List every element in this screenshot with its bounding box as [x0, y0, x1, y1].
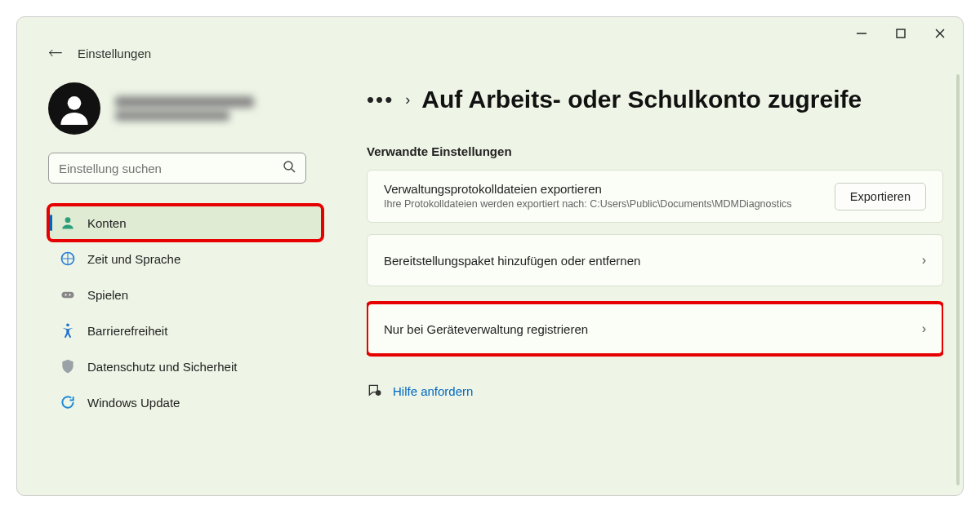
card-title: Bereitstellungspaket hinzufügen oder ent… — [384, 254, 640, 268]
svg-rect-9 — [62, 292, 74, 299]
svg-point-4 — [68, 96, 82, 110]
help-link-label: Hilfe anfordern — [393, 384, 473, 398]
chevron-right-icon: › — [922, 253, 926, 268]
minimize-button[interactable] — [853, 25, 870, 42]
card-export-logs: Verwaltungsprotokolldateien exportieren … — [367, 170, 943, 223]
svg-point-7 — [65, 217, 71, 223]
sidebar-item-barriere[interactable]: Barrierefreiheit — [48, 312, 323, 348]
topbar: 🡐 Einstellungen — [48, 45, 151, 62]
sidebar-item-datenschutz[interactable]: Datenschutz und Sicherheit — [48, 348, 323, 384]
globe-clock-icon — [60, 250, 76, 267]
svg-point-5 — [284, 162, 292, 170]
breadcrumb-more-icon[interactable]: ••• — [367, 87, 394, 113]
scrollbar[interactable] — [956, 74, 960, 485]
update-icon — [60, 394, 76, 410]
gamepad-icon — [60, 286, 76, 303]
search-icon — [283, 160, 296, 176]
section-label: Verwandte Einstellungen — [367, 144, 943, 158]
sidebar-item-spielen[interactable]: Spielen — [48, 277, 323, 312]
sidebar-item-zeit[interactable]: Zeit und Sprache — [48, 241, 323, 277]
nav-list: Konten Zeit und Sprache Spielen Barriere… — [48, 205, 323, 420]
svg-point-12 — [66, 324, 69, 327]
sidebar-item-update[interactable]: Windows Update — [48, 384, 323, 420]
avatar — [48, 82, 100, 135]
app-title: Einstellungen — [78, 47, 151, 60]
card-subtitle: Ihre Protokolldateien werden exportiert … — [384, 197, 835, 210]
card-provisioning-package[interactable]: Bereitstellungspaket hinzufügen oder ent… — [367, 234, 943, 286]
main-content: ••• › Auf Arbeits- oder Schulkonto zugre… — [367, 86, 943, 489]
settings-window: 🡐 Einstellungen Konten — [16, 16, 964, 496]
search-box[interactable] — [48, 153, 306, 184]
svg-point-10 — [65, 294, 66, 295]
sidebar-item-label: Windows Update — [87, 396, 180, 410]
shield-icon — [60, 358, 76, 374]
card-device-management[interactable]: Nur bei Geräteverwaltung registrieren › — [367, 303, 943, 355]
profile-name-redacted — [115, 93, 254, 124]
sidebar-item-konten[interactable]: Konten — [48, 205, 323, 241]
search-input[interactable] — [59, 162, 271, 175]
breadcrumb: ••• › Auf Arbeits- oder Schulkonto zugre… — [367, 86, 943, 113]
sidebar-item-label: Spielen — [87, 288, 128, 302]
help-link-row[interactable]: ? Hilfe anfordern — [367, 383, 943, 399]
svg-text:?: ? — [377, 391, 380, 396]
card-title: Verwaltungsprotokolldateien exportieren — [384, 182, 835, 196]
close-button[interactable] — [932, 25, 948, 42]
sidebar-item-label: Datenschutz und Sicherheit — [87, 360, 237, 374]
person-icon — [60, 215, 76, 231]
sidebar-item-label: Zeit und Sprache — [87, 252, 180, 266]
maximize-button[interactable] — [893, 25, 909, 42]
svg-rect-1 — [897, 29, 905, 38]
export-button[interactable]: Exportieren — [835, 183, 926, 210]
sidebar: Konten Zeit und Sprache Spielen Barriere… — [48, 82, 330, 420]
accessibility-icon — [60, 322, 76, 339]
card-title: Nur bei Geräteverwaltung registrieren — [384, 322, 588, 336]
help-icon: ? — [367, 383, 383, 399]
chevron-right-icon: › — [405, 91, 410, 109]
profile-block[interactable] — [48, 82, 330, 135]
svg-line-6 — [292, 169, 295, 172]
chevron-right-icon: › — [922, 321, 926, 336]
sidebar-item-label: Konten — [87, 216, 127, 230]
sidebar-item-label: Barrierefreiheit — [87, 324, 167, 338]
back-button[interactable]: 🡐 — [48, 45, 63, 62]
window-controls — [853, 25, 948, 42]
page-title: Auf Arbeits- oder Schulkonto zugreife — [421, 86, 862, 113]
svg-point-11 — [69, 294, 70, 295]
